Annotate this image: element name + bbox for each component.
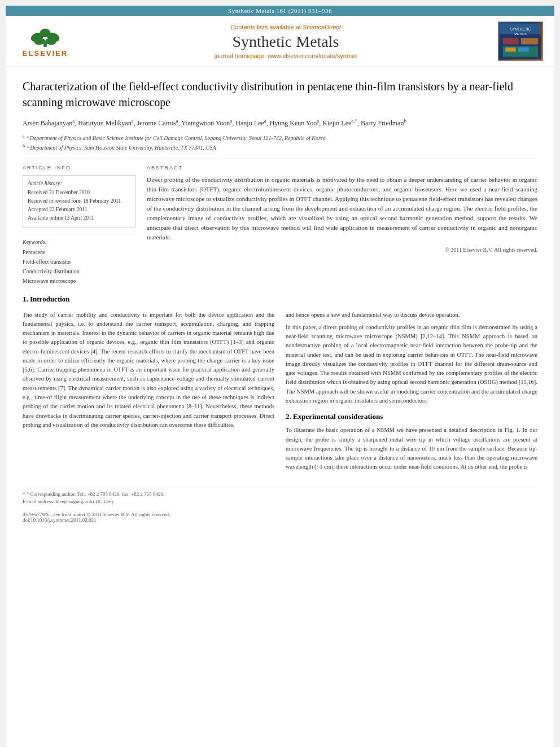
available-date: Available online 13 April 2011 (28, 214, 130, 222)
svg-text:METALS: METALS (514, 32, 527, 36)
journal-title-block: Contents lists available at ScienceDirec… (73, 24, 498, 59)
svg-rect-14 (518, 47, 528, 51)
history-label: Article history: (28, 180, 130, 186)
keyword-1: Pentacene (23, 247, 135, 257)
sciencedirect-prefix: Contents lists available at (230, 24, 303, 30)
sciencedirect-link: Contents lists available at ScienceDirec… (73, 24, 498, 30)
svg-rect-13 (505, 47, 515, 51)
journal-header-bar: Synthetic Metals 161 (2011) 931–936 (6, 6, 554, 16)
header-divider (23, 159, 537, 159)
svg-text:SYNTHETIC: SYNTHETIC (510, 27, 531, 31)
homepage-url: www.elsevier.com/locate/synmet (268, 53, 357, 59)
revised-date: Received in revised form 18 February 201… (28, 197, 130, 206)
intro-paragraph-1: The study of carrier mobility and conduc… (23, 311, 274, 430)
body-section2-text: To illustrate the basic operation of a N… (286, 426, 537, 471)
experimental-paragraph-1: To illustrate the basic operation of a N… (286, 426, 537, 471)
intro-paragraph-2: and hence opens a new and fundamental wa… (286, 311, 537, 320)
article-title: Characterization of the field-effect con… (23, 78, 537, 110)
copyright-notice: © 2011 Elsevier B.V. All rights reserved… (147, 247, 537, 253)
article-dates: Received 21 December 2010 Received in re… (28, 189, 130, 223)
page: Synthetic Metals 161 (2011) 931–936 ELSE… (6, 6, 554, 747)
body-col1-text: The study of carrier mobility and conduc… (23, 311, 274, 430)
authors-line: Arsen Babajanyana, Harutyun Melikyana, J… (23, 117, 537, 129)
keyword-4: Microwave microscope (23, 276, 135, 286)
elsevier-logo: ELSEVIER (17, 24, 73, 58)
affiliation-b: b ᵇ Department of Physics, Sam Houston S… (23, 143, 537, 152)
journal-citation: Synthetic Metals 161 (2011) 931–936 (228, 7, 332, 14)
main-content: Characterization of the field-effect con… (6, 67, 554, 534)
elsevier-tree-icon (28, 25, 62, 48)
affiliations: a ᵃ Department of Physics and Basic Scie… (23, 133, 537, 152)
keywords-box: Keywords: Pentacene Field-effect transis… (23, 234, 135, 286)
footnote-email: E-mail address: klee@sogang.ac.kr (K. Le… (23, 498, 537, 506)
homepage-prefix: journal homepage: (215, 53, 268, 59)
info-abstract-section: ARTICLE INFO Article history: Received 2… (23, 165, 537, 286)
cover-svg: SYNTHETIC METALS (500, 22, 541, 60)
svg-rect-10 (503, 38, 519, 44)
received-date: Received 21 December 2010 (28, 189, 130, 197)
right-column: ABSTRACT Direct probing of the conductiv… (147, 165, 537, 286)
affiliation-a: a ᵃ Department of Physics and Basic Scie… (23, 133, 537, 142)
footer-section: * * Corresponding author. Tel.: +82 2 70… (23, 487, 537, 523)
body-section-1: 1. Introduction The study of carrier mob… (23, 295, 537, 475)
intro-paragraph-3: In this paper, a direct probing of condu… (286, 323, 537, 405)
doi-text: doi:10.1016/j.synthmet.2011.02.021 (23, 517, 96, 523)
elsevier-wordmark: ELSEVIER (23, 49, 68, 58)
issn-bar: 0379-6779/$ – see front matter © 2011 El… (23, 512, 537, 523)
keyword-3: Conductivity distribution (23, 267, 135, 276)
author-list: Arsen Babajanyana, Harutyun Melikyana, J… (23, 119, 406, 127)
svg-point-3 (40, 28, 50, 37)
sciencedirect-name: ScienceDirect (303, 24, 341, 30)
footnote-corresponding: * * Corresponding author. Tel.: +82 2 70… (23, 491, 537, 499)
svg-rect-11 (521, 38, 538, 44)
section-1-heading: 1. Introduction (23, 295, 537, 304)
body-col2-text: and hence opens a new and fundamental wa… (286, 311, 537, 406)
keywords-label: Keywords: (23, 239, 135, 245)
section-2-heading: 2. Experimental considerations (286, 412, 537, 421)
accepted-date: Accepted 22 February 2011 (28, 206, 130, 214)
footnote-tel: * Corresponding author. Tel.: +82 2 705 … (27, 491, 165, 497)
issn-text: 0379-6779/$ – see front matter © 2011 El… (23, 512, 170, 517)
abstract-text: Direct probing of the conductivity distr… (147, 175, 537, 242)
abstract-label: ABSTRACT (147, 165, 537, 171)
email-label: E-mail address: klee@sogang.ac.kr (K. Le… (23, 499, 114, 504)
footnote-star-symbol: * (23, 491, 27, 497)
journal-cover-image: SYNTHETIC METALS (498, 21, 543, 61)
article-info-label: ARTICLE INFO (23, 165, 135, 171)
journal-name: Synthetic Metals (73, 33, 498, 51)
journal-header: ELSEVIER Contents lists available at Sci… (6, 16, 554, 67)
body-col-1-left: The study of carrier mobility and conduc… (23, 311, 274, 475)
body-two-col-1: The study of carrier mobility and conduc… (23, 311, 537, 475)
keyword-2: Field-effect transistor (23, 257, 135, 267)
left-column: ARTICLE INFO Article history: Received 2… (23, 165, 135, 286)
article-info-box: Article history: Received 21 December 20… (23, 175, 135, 228)
body-col-1-right: and hence opens a new and fundamental wa… (286, 311, 537, 475)
journal-homepage: journal homepage: www.elsevier.com/locat… (73, 53, 498, 59)
